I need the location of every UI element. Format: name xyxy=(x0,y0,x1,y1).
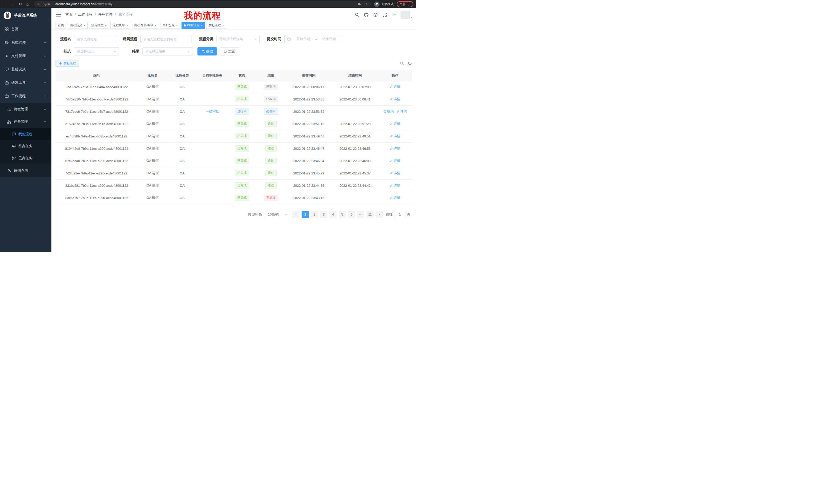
page-size-select[interactable]: 10条/页 xyxy=(265,211,290,218)
end-date-placeholder[interactable]: 结束日期 xyxy=(319,37,339,41)
tab-process-model[interactable]: 流程模型× xyxy=(89,22,109,29)
next-page-button[interactable] xyxy=(375,211,383,218)
menu-fold-icon[interactable] xyxy=(55,12,61,18)
sidebar-item-label: 基础设施 xyxy=(11,67,26,72)
detail-link[interactable]: 详情 xyxy=(390,97,400,102)
tab-my-process[interactable]: 我的流程× xyxy=(182,22,205,29)
cancel-link[interactable]: 取消 xyxy=(383,109,394,114)
name-input[interactable] xyxy=(77,37,114,41)
tab-start-process[interactable]: 发起流程× xyxy=(206,22,226,29)
process-input[interactable] xyxy=(143,37,189,41)
close-icon[interactable]: × xyxy=(176,24,178,27)
task-link[interactable]: 一级审批 xyxy=(206,109,219,114)
sidebar-item-payment[interactable]: ¥ 支付管理 xyxy=(0,49,51,63)
detail-link[interactable]: 详情 xyxy=(390,134,400,138)
result-select[interactable]: 请选择流结果 xyxy=(142,47,193,55)
reload-button[interactable]: ↻ xyxy=(17,1,24,7)
detail-link[interactable]: 详情 xyxy=(390,195,400,200)
key-icon[interactable] xyxy=(358,2,362,6)
sidebar-item-task-mgmt[interactable]: 任务管理 xyxy=(0,115,51,128)
breadcrumb-separator: / xyxy=(115,12,116,17)
date-range-picker[interactable]: 开始日期 - 结束日期 xyxy=(284,35,342,43)
home-button[interactable]: ⌂ xyxy=(24,1,31,7)
result-badge: 通过 xyxy=(265,145,277,151)
close-icon[interactable]: × xyxy=(155,24,157,27)
sidebar-item-todo-tasks[interactable]: 待办任务 xyxy=(0,140,51,152)
cell-end-time: 2022-01-22 23:46:53 xyxy=(332,142,378,155)
detail-link[interactable]: 详情 xyxy=(390,159,400,163)
back-button[interactable]: ← xyxy=(3,1,9,7)
sidebar-item-my-process[interactable]: 我的流程 xyxy=(0,128,51,140)
detail-link[interactable]: 详情 xyxy=(390,146,400,151)
search-button[interactable]: 搜索 xyxy=(198,47,217,55)
security-label[interactable]: 不安全 xyxy=(42,2,51,6)
app-logo-row[interactable]: 芋道管理系统 xyxy=(0,8,51,23)
start-process-button[interactable]: 发起流程 xyxy=(55,60,79,67)
page-button-2[interactable]: 2 xyxy=(311,211,318,218)
category-select[interactable]: 请选择流程分类 xyxy=(216,35,260,43)
detail-link[interactable]: 详情 xyxy=(390,85,400,89)
prev-page-button[interactable] xyxy=(292,211,300,218)
close-icon[interactable]: × xyxy=(105,24,107,27)
detail-link[interactable]: 详情 xyxy=(390,121,400,126)
github-icon[interactable] xyxy=(364,12,368,17)
user-menu[interactable]: ▾ xyxy=(400,11,412,19)
sidebar-item-devtools[interactable]: 研发工具 xyxy=(0,76,51,89)
sidebar-item-infra[interactable]: 基础设施 xyxy=(0,63,51,76)
font-size-icon[interactable]: TT xyxy=(392,12,396,17)
detail-link[interactable]: 详情 xyxy=(390,171,400,175)
search-toggle-icon[interactable] xyxy=(400,61,404,65)
status-select[interactable]: 请选择状态 xyxy=(74,47,119,55)
chrome-update-button[interactable]: 更新 ⋮ xyxy=(397,1,413,7)
sidebar-item-label: 工作流程 xyxy=(11,94,26,99)
sidebar-item-done-tasks[interactable]: 已办任务 xyxy=(0,152,51,164)
close-icon[interactable]: × xyxy=(83,24,85,27)
forward-button[interactable]: → xyxy=(10,1,17,7)
tab-process-form[interactable]: 流程表单× xyxy=(110,22,130,29)
cell-name: OA 请假 xyxy=(138,118,167,130)
sidebar-item-workflow[interactable]: 工作流程 xyxy=(0,89,51,103)
close-icon[interactable]: × xyxy=(222,24,224,27)
page-button-4[interactable]: 4 xyxy=(329,211,337,218)
sidebar-item-leave-query[interactable]: 请假查询 xyxy=(0,164,51,177)
header-status: 状态 xyxy=(228,71,256,81)
sidebar-item-system[interactable]: 系统管理 xyxy=(0,36,51,49)
status-badge: 已完成 xyxy=(235,195,249,201)
briefcase-icon xyxy=(5,94,9,98)
address-bar[interactable]: ⚠ 不安全 | dashboard.yudao.iocoder.cn/bpm/t… xyxy=(34,1,371,7)
filter-status: 状态 请选择状态 xyxy=(55,47,119,55)
help-icon[interactable] xyxy=(373,12,378,17)
page-button-11[interactable]: 11 xyxy=(366,211,373,218)
breadcrumb-task-mgmt[interactable]: 任务管理 xyxy=(98,12,113,17)
incognito-avatar[interactable] xyxy=(374,2,380,7)
page-button-3[interactable]: 3 xyxy=(320,211,327,218)
page-button-1[interactable]: 1 xyxy=(302,211,309,218)
task-mgmt-submenu: 我的流程 待办任务 已办任务 xyxy=(0,128,51,164)
tab-user-group[interactable]: 用户分组× xyxy=(160,22,180,29)
tab-home[interactable]: 首页 xyxy=(55,22,66,29)
breadcrumb-home[interactable]: 首页 xyxy=(65,12,73,17)
tab-process-form-edit[interactable]: 流程表单-编辑× xyxy=(132,22,159,29)
start-date-placeholder[interactable]: 开始日期 xyxy=(293,37,313,41)
tab-process-definition[interactable]: 流程定义× xyxy=(68,22,88,29)
breadcrumb-workflow[interactable]: 工作流程 xyxy=(78,12,93,17)
goto-page-input[interactable] xyxy=(394,211,406,218)
page-ellipsis[interactable]: ··· xyxy=(357,211,364,218)
sidebar-item-process-mgmt[interactable]: 流程管理 xyxy=(0,103,51,115)
detail-link[interactable]: 详情 xyxy=(396,109,407,114)
search-icon[interactable] xyxy=(355,12,359,17)
page-button-5[interactable]: 5 xyxy=(339,211,346,218)
close-icon[interactable]: × xyxy=(126,24,128,27)
fullscreen-icon[interactable] xyxy=(383,12,387,17)
cell-category: OA xyxy=(167,81,197,93)
gear-icon xyxy=(5,40,9,45)
refresh-icon[interactable] xyxy=(408,61,412,65)
browser-menu-icon[interactable]: ⋮ xyxy=(407,2,411,6)
reset-button[interactable]: 重置 xyxy=(219,47,239,55)
detail-link[interactable]: 详情 xyxy=(390,183,400,188)
close-icon[interactable]: × xyxy=(201,24,203,27)
sidebar-item-home[interactable]: 首页 xyxy=(0,23,51,36)
edit-icon xyxy=(396,110,399,113)
bookmark-star-icon[interactable]: ☆ xyxy=(365,2,368,6)
page-button-6[interactable]: 6 xyxy=(348,211,355,218)
